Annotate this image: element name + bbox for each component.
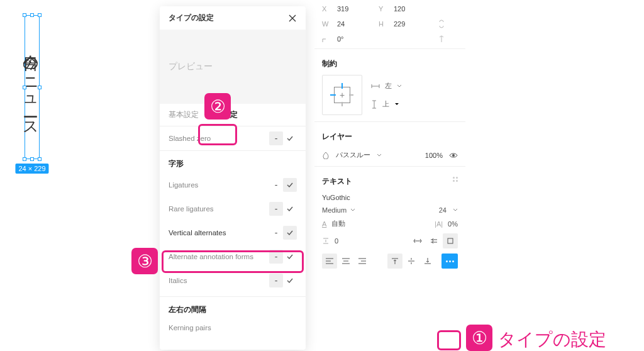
align-right-button[interactable] [355, 254, 370, 269]
text-align-group [322, 254, 370, 269]
callout-2-badge: ② [204, 93, 231, 120]
row-kerning-pairs: Kerning pairs [169, 324, 211, 332]
callout-1-label: タイプの設定 [498, 328, 606, 351]
toggle-enable[interactable] [283, 202, 297, 216]
callout-3-badge: ③ [131, 248, 158, 274]
valign-middle-button[interactable] [404, 254, 419, 269]
h-value[interactable]: 229 [394, 20, 405, 28]
opacity-value[interactable]: 100% [425, 152, 443, 159]
constraints-title: 制約 [314, 52, 465, 74]
row-slashed-zero: Slashed zero [169, 135, 211, 142]
toggle-disable[interactable]: - [269, 226, 283, 240]
rotation-value[interactable]: 0° [337, 35, 344, 43]
vertical-align-group [387, 254, 435, 269]
toggle-disable[interactable]: - [269, 202, 283, 216]
preview-label: プレビュー [169, 61, 213, 72]
section-horizontal-spacing: 左右の間隔 [160, 297, 306, 319]
w-label: W [322, 20, 331, 28]
dimensions-badge: 24 × 229 [15, 164, 48, 174]
toggle-disable[interactable]: - [269, 178, 283, 192]
valign-top-button[interactable] [387, 254, 402, 269]
toggle-disable[interactable]: - [269, 250, 283, 264]
row-ligatures: Ligatures [169, 181, 198, 189]
x-label: X [322, 5, 331, 13]
font-weight-select[interactable]: Medium [322, 206, 380, 214]
callout-1-badge: ① [466, 325, 492, 351]
line-height-input[interactable]: A 自動 [322, 219, 380, 228]
paragraph-spacing-input[interactable]: 0 [322, 237, 380, 245]
canvas-text-frame[interactable]: 今日のニュース [25, 15, 40, 159]
properties-panel: X319 Y120 W24 H229 0° 制約 + [314, 2, 465, 271]
section-letterforms: 字形 [160, 151, 306, 173]
toggle-disable[interactable]: - [269, 274, 283, 287]
selection-handle[interactable] [38, 86, 42, 89]
y-value[interactable]: 120 [394, 5, 405, 13]
rotation-icon [322, 36, 331, 43]
w-value[interactable]: 24 [337, 20, 345, 28]
constraints-widget[interactable]: + [322, 75, 362, 115]
toggle-disable[interactable]: - [269, 131, 283, 145]
selection-handle[interactable] [30, 13, 34, 17]
row-alternate-annotation: Alternate annotation forms [169, 253, 253, 260]
tab-basic[interactable]: 基本設定 [169, 110, 199, 120]
toggle-enable[interactable] [283, 226, 297, 240]
x-value[interactable]: 319 [337, 5, 348, 13]
selection-handle[interactable] [30, 157, 34, 161]
svg-rect-1 [448, 238, 453, 243]
align-center-button[interactable] [338, 254, 353, 269]
callout-1-highlight [437, 330, 461, 350]
svg-point-0 [452, 154, 455, 157]
toggle-enable[interactable] [283, 131, 297, 145]
row-rare-ligatures: Rare ligatures [169, 205, 214, 213]
font-family-select[interactable]: YuGothic [322, 194, 458, 201]
font-size-input[interactable]: 24 [439, 206, 447, 214]
selection-handle[interactable] [23, 86, 26, 89]
toggle-enable[interactable] [283, 274, 297, 287]
selection-handle[interactable] [38, 13, 42, 17]
layer-title: レイヤー [314, 125, 465, 147]
h-label: H [379, 20, 387, 28]
fixed-size-button[interactable] [443, 233, 458, 248]
row-vertical-alternates: Vertical alternates [169, 229, 226, 237]
toggle-enable[interactable] [283, 178, 297, 192]
auto-height-button[interactable] [426, 233, 441, 248]
plus-icon: + [340, 90, 345, 100]
blend-mode-select[interactable]: パススルー [336, 150, 370, 160]
visibility-icon[interactable] [449, 151, 458, 160]
text-title: テキスト [322, 177, 352, 186]
close-icon[interactable] [288, 14, 297, 23]
selection-handle[interactable] [23, 13, 26, 17]
align-left-button[interactable] [322, 254, 337, 269]
y-label: Y [379, 5, 387, 13]
toggle-enable[interactable] [283, 250, 297, 264]
blend-icon [322, 152, 330, 159]
selection-handle[interactable] [38, 157, 42, 161]
auto-width-button[interactable] [410, 233, 425, 248]
flip-icon[interactable] [435, 35, 448, 43]
style-icon[interactable] [453, 177, 458, 186]
type-settings-panel: タイプの設定 プレビュー 基本設定 詳細設定 Slashed zero - 字形… [160, 6, 306, 350]
selection-handle[interactable] [23, 157, 26, 161]
chevron-down-icon[interactable] [453, 208, 458, 212]
valign-bottom-button[interactable] [420, 254, 435, 269]
resize-mode-group [410, 233, 458, 248]
horizontal-constraint-select[interactable]: 左 [371, 81, 402, 91]
letter-spacing-input[interactable]: |A| 0% [435, 220, 458, 228]
vertical-constraint-select[interactable]: 上 [371, 99, 402, 109]
constrain-proportions-icon[interactable] [435, 19, 448, 29]
type-settings-title: タイプの設定 [169, 13, 214, 23]
type-settings-button[interactable] [441, 254, 458, 269]
preview-area: プレビュー [160, 30, 306, 104]
row-italics: Italics [169, 277, 187, 284]
